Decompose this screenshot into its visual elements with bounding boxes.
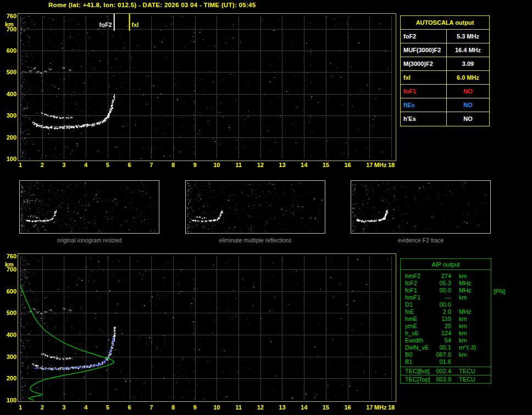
top-ionogram-chart [18, 13, 396, 161]
aip-value: 124 [435, 330, 451, 337]
y-tick-label: 500 [7, 69, 16, 75]
aip-label: foF2 [405, 280, 435, 287]
x-tick-label: 17 [366, 162, 373, 168]
x-tick-label: 14 [301, 162, 307, 168]
y-tick-label: 600 [7, 47, 16, 54]
aip-label: hmF2 [405, 273, 435, 280]
y-tick-label: 300 [7, 353, 16, 360]
aip-row-hve: h_vE124km [401, 330, 491, 337]
row-label: ftEs [401, 98, 447, 112]
table-row-m3000f2: M(3000)F2 3.09 [401, 57, 489, 71]
x-tick-label: 15 [323, 162, 329, 168]
x-tick-label: 2 [41, 162, 44, 168]
aip-row-b1: B101.6 [401, 358, 491, 366]
aip-value: 05.3 [435, 280, 451, 287]
y-tick-label: 100 [7, 397, 16, 403]
aip-row-delnve: DelN_vE00.1m^(-3) [401, 344, 491, 351]
y-tick-label: 760 [7, 253, 16, 259]
aip-unit: km [459, 294, 467, 301]
x-tick-label: 3 [62, 162, 65, 168]
x-tick-label: 5 [106, 162, 109, 168]
x-tick-label: 14 [301, 404, 307, 411]
table-row-fxi: fxI 6.0 MHz [401, 71, 489, 85]
aip-value: 002.4 [435, 367, 451, 375]
aip-unit: MHz [459, 280, 472, 287]
aip-label: ymE [405, 323, 435, 330]
table-row-fof2: foF2 5.3 MHz [401, 30, 489, 43]
x-tick-label: 8 [171, 404, 175, 411]
y-tick-label: 400 [7, 91, 16, 97]
x-tick-label: 13 [279, 162, 285, 168]
x-tick-label: 6 [128, 404, 131, 411]
row-value: NO [447, 98, 489, 112]
thumbnail-caption: original ionogram resized [19, 237, 159, 244]
top-chart-y-axis: 760700600500400300200100km [1, 14, 17, 161]
aip-row-hmf2: hmF2274km [401, 273, 491, 280]
y-tick-label: 100 [7, 156, 16, 162]
station-date-title: Rome (lat: +41.8, lon: 012.5) - DATE: 20… [48, 2, 256, 8]
x-axis-unit: MHz [374, 162, 387, 168]
x-tick-label: 7 [149, 162, 153, 168]
aip-output-table: AIP output hmF2274km foF205.3MHz foF100.… [400, 258, 491, 384]
row-label: M(3000)F2 [401, 57, 447, 70]
x-tick-label: 5 [106, 404, 109, 411]
x-tick-label: 9 [193, 162, 197, 168]
aip-value: 54 [435, 337, 451, 344]
aip-value: 2.0 [435, 308, 451, 316]
autoscala-output-table: AUTOSCALA output foF2 5.3 MHz MUF(3000)F… [400, 15, 490, 126]
row-label: h'Es [401, 112, 447, 126]
aip-table-title: AIP output [401, 259, 491, 270]
aip-row-foe: foE2.0MHz [401, 308, 491, 316]
thumbnail-original-canvas [20, 181, 159, 233]
pn-note: [PN] [494, 288, 505, 295]
aip-label: TEC[Bot] [405, 367, 435, 375]
x-tick-label: 8 [171, 162, 175, 168]
aip-row-fof1: foF100.0MHz [401, 287, 491, 294]
aip-value: 00.1 [435, 344, 451, 351]
x-tick-label: 17 [366, 404, 373, 411]
aip-unit: km [459, 330, 467, 337]
aip-row-ewidth: Ewidth54km [401, 337, 491, 344]
thumbnail-evidence-f2 [351, 180, 491, 234]
aip-row-b0: B0087.0km [401, 351, 491, 358]
row-value: 3.09 [447, 57, 489, 70]
x-axis-unit: MHz [374, 404, 387, 411]
aip-row-tec-top: TEC[Top]003.9TECU [401, 375, 491, 383]
x-tick-label: 6 [128, 162, 131, 168]
x-tick-label: 1 [19, 404, 22, 411]
aip-label: DelN_vE [405, 344, 435, 351]
x-tick-label: 11 [235, 404, 242, 411]
aip-value: 00.0 [435, 287, 451, 294]
bottom-ionogram-chart [18, 253, 396, 402]
top-chart-x-axis: 123456789101112131415161718MHz [18, 162, 396, 169]
aip-label: Ewidth [405, 337, 435, 344]
x-tick-label: 12 [257, 162, 264, 168]
x-tick-label: 3 [62, 404, 65, 411]
y-tick-label: 400 [7, 331, 16, 338]
x-tick-label: 18 [388, 162, 395, 168]
aip-row-yme: ymE20km [401, 323, 491, 330]
x-tick-label: 16 [344, 162, 351, 168]
x-tick-label: 12 [257, 404, 264, 411]
aip-unit: km [459, 351, 467, 358]
aip-value: 20 [435, 323, 451, 330]
row-value: NO [447, 112, 489, 126]
table-row-fof1: foF1 NO [401, 85, 489, 98]
aip-label: hmE [405, 316, 435, 323]
aip-unit: km [459, 323, 467, 330]
aip-value: 110 [435, 316, 451, 323]
aip-row-hmf1: hmF1---km [401, 294, 491, 301]
thumbnail-evidence-canvas [351, 181, 490, 233]
aip-table-body: hmF2274km foF205.3MHz foF100.0MHz hmF1--… [401, 270, 491, 367]
row-label: MUF(3000)F2 [401, 43, 447, 57]
aip-value: 087.0 [435, 351, 451, 358]
aip-label: hmF1 [405, 294, 435, 301]
bottom-chart-x-axis: 123456789101112131415161718MHz [18, 404, 396, 412]
thumbnail-eliminate-canvas [186, 181, 325, 233]
autoscala-window: Rome (lat: +41.8, lon: 012.5) - DATE: 20… [0, 0, 532, 415]
x-tick-label: 10 [213, 162, 220, 168]
aip-unit: MHz [459, 308, 472, 316]
row-value: 6.0 MHz [447, 71, 489, 84]
row-value: NO [447, 85, 489, 98]
aip-row-tec-bot: TEC[Bot]002.4TECU [401, 367, 491, 375]
